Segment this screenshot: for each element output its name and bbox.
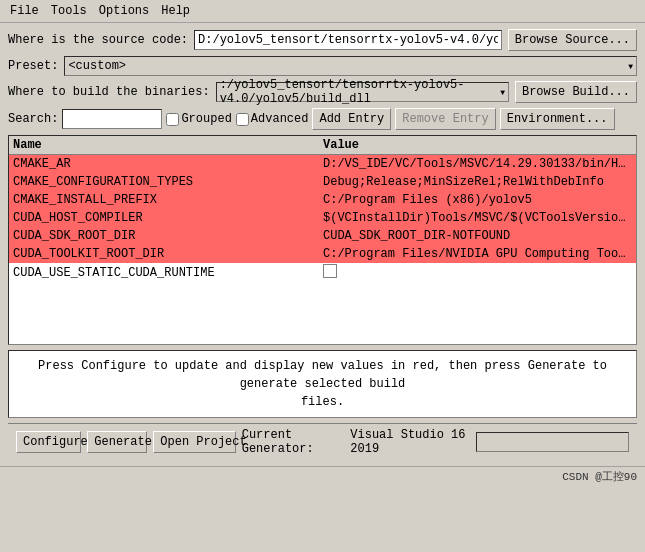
menu-file[interactable]: File: [4, 2, 45, 20]
status-text: Press Configure to update and display ne…: [38, 359, 607, 409]
cell-name: CUDA_SDK_ROOT_DIR: [13, 229, 323, 243]
menubar: File Tools Options Help: [0, 0, 645, 23]
cmake-table: Name Value CMAKE_ARD:/VS_IDE/VC/Tools/MS…: [8, 135, 637, 345]
menu-help[interactable]: Help: [155, 2, 196, 20]
grouped-checkbox-label[interactable]: Grouped: [166, 112, 231, 126]
cell-value: C:/Program Files/NVIDIA GPU Computing To…: [323, 247, 632, 261]
source-input[interactable]: [194, 30, 502, 50]
configure-button[interactable]: Configure: [16, 431, 81, 453]
generator-extra-input[interactable]: [476, 432, 629, 452]
cell-value: $(VCInstallDir)Tools/MSVC/$(VCToolsVersi…: [323, 211, 632, 225]
open-project-button[interactable]: Open Project: [153, 431, 235, 453]
cell-value: D:/VS_IDE/VC/Tools/MSVC/14.29.30133/bin/…: [323, 157, 632, 171]
cell-value: CUDA_SDK_ROOT_DIR-NOTFOUND: [323, 229, 632, 243]
advanced-checkbox[interactable]: [236, 113, 249, 126]
table-body: CMAKE_ARD:/VS_IDE/VC/Tools/MSVC/14.29.30…: [9, 155, 636, 283]
cell-checkbox[interactable]: [323, 264, 337, 278]
menu-options[interactable]: Options: [93, 2, 155, 20]
table-row[interactable]: CUDA_TOOLKIT_ROOT_DIRC:/Program Files/NV…: [9, 245, 636, 263]
binaries-display[interactable]: :/yolov5_tensort/tensorrtx-yolov5-v4.0/y…: [216, 82, 509, 102]
search-label: Search:: [8, 112, 58, 126]
generator-label: Current Generator:: [242, 428, 345, 456]
add-entry-button[interactable]: Add Entry: [312, 108, 391, 130]
cell-name: CMAKE_INSTALL_PREFIX: [13, 193, 323, 207]
grouped-label: Grouped: [181, 112, 231, 126]
source-label: Where is the source code:: [8, 33, 188, 47]
chevron-down-icon2: ▼: [500, 88, 505, 97]
grouped-checkbox[interactable]: [166, 113, 179, 126]
preset-row: Preset: <custom> ▼: [8, 56, 637, 76]
table-row[interactable]: CUDA_SDK_ROOT_DIRCUDA_SDK_ROOT_DIR-NOTFO…: [9, 227, 636, 245]
bottom-bar: Configure Generate Open Project Current …: [8, 423, 637, 460]
search-row: Search: Grouped Advanced Add Entry Remov…: [8, 108, 637, 130]
remove-entry-button[interactable]: Remove Entry: [395, 108, 495, 130]
table-row[interactable]: CUDA_USE_STATIC_CUDA_RUNTIME: [9, 263, 636, 283]
status-area: Press Configure to update and display ne…: [8, 350, 637, 418]
table-header: Name Value: [9, 136, 636, 155]
main-content: Where is the source code: Browse Source.…: [0, 23, 645, 466]
generate-button[interactable]: Generate: [87, 431, 147, 453]
browse-build-button[interactable]: Browse Build...: [515, 81, 637, 103]
table-row[interactable]: CMAKE_CONFIGURATION_TYPESDebug;Release;M…: [9, 173, 636, 191]
cell-name: CUDA_HOST_COMPILER: [13, 211, 323, 225]
search-input[interactable]: [62, 109, 162, 129]
header-name: Name: [13, 138, 323, 152]
advanced-label: Advanced: [251, 112, 309, 126]
preset-value: <custom>: [68, 59, 126, 73]
table-row[interactable]: CUDA_HOST_COMPILER$(VCInstallDir)Tools/M…: [9, 209, 636, 227]
header-value: Value: [323, 138, 632, 152]
cell-name: CMAKE_AR: [13, 157, 323, 171]
cell-value: Debug;Release;MinSizeRel;RelWithDebInfo: [323, 175, 632, 189]
table-row[interactable]: CMAKE_ARD:/VS_IDE/VC/Tools/MSVC/14.29.30…: [9, 155, 636, 173]
binaries-value: :/yolov5_tensort/tensorrtx-yolov5-v4.0/y…: [220, 78, 501, 106]
binaries-dropdown[interactable]: :/yolov5_tensort/tensorrtx-yolov5-v4.0/y…: [216, 82, 509, 102]
environment-button[interactable]: Environment...: [500, 108, 615, 130]
menu-tools[interactable]: Tools: [45, 2, 93, 20]
chevron-down-icon: ▼: [628, 62, 633, 71]
preset-display[interactable]: <custom> ▼: [64, 56, 637, 76]
footer: CSDN @工控90: [0, 466, 645, 486]
cell-name: CUDA_TOOLKIT_ROOT_DIR: [13, 247, 323, 261]
cell-name: CUDA_USE_STATIC_CUDA_RUNTIME: [13, 266, 323, 280]
binaries-row: Where to build the binaries: :/yolov5_te…: [8, 81, 637, 103]
advanced-checkbox-label[interactable]: Advanced: [236, 112, 309, 126]
footer-text: CSDN @工控90: [562, 471, 637, 483]
generator-value: Visual Studio 16 2019: [350, 428, 470, 456]
cell-name: CMAKE_CONFIGURATION_TYPES: [13, 175, 323, 189]
table-row[interactable]: CMAKE_INSTALL_PREFIXC:/Program Files (x8…: [9, 191, 636, 209]
cell-value: C:/Program Files (x86)/yolov5: [323, 193, 632, 207]
binaries-label: Where to build the binaries:: [8, 85, 210, 99]
cell-value: [323, 264, 632, 282]
source-row: Where is the source code: Browse Source.…: [8, 29, 637, 51]
preset-dropdown[interactable]: <custom> ▼: [64, 56, 637, 76]
preset-label: Preset:: [8, 59, 58, 73]
browse-source-button[interactable]: Browse Source...: [508, 29, 637, 51]
